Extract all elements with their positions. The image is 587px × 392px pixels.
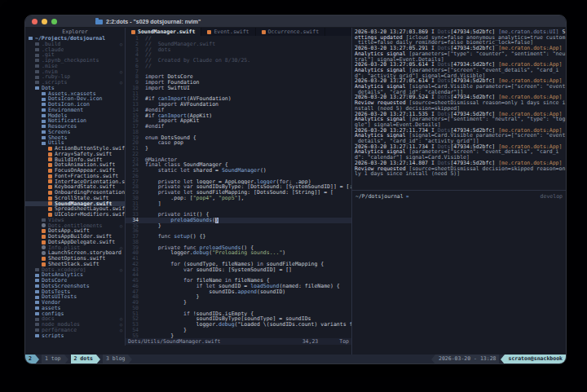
tree-item[interactable]: ScrollState.swift: [25, 196, 125, 201]
tree-item[interactable]: Views: [25, 218, 125, 223]
code-line[interactable]: 20 case pop: [126, 140, 351, 146]
tree-item[interactable]: SoundManager.swift: [25, 201, 125, 207]
code-line[interactable]: 4//: [126, 52, 351, 58]
code-line[interactable]: 1//: [126, 36, 351, 42]
file-tree[interactable]: ~/Projects/dotsjournal.build○.claude.git…: [25, 36, 125, 346]
code-line[interactable]: 22: [126, 152, 351, 157]
code-line[interactable]: 13 import AVFoundation: [126, 102, 351, 108]
code-line[interactable]: 18: [126, 130, 351, 135]
tmux-vertical-border[interactable]: [351, 28, 352, 355]
code-line[interactable]: 42 for (soundType, fileNames) in soundFi…: [126, 262, 351, 267]
tree-item[interactable]: Resources: [25, 124, 125, 130]
tree-item[interactable]: Notification: [25, 118, 125, 124]
code-line[interactable]: 50: [126, 306, 351, 311]
code-line[interactable]: 48 }: [126, 294, 351, 300]
tree-item[interactable]: Dots.entitlements○: [25, 223, 125, 229]
log-pane[interactable]: 2026-03-20 13:27:03.869 I Dots[47934:5d2…: [353, 29, 566, 188]
tmux-window-3-blog[interactable]: 3 blog: [103, 355, 128, 363]
tree-item[interactable]: Array+Safety.swift: [25, 152, 125, 157]
tree-item[interactable]: DotsAppBuilder.swift: [25, 234, 125, 240]
code-line[interactable]: 24final class SoundManager {: [126, 162, 351, 168]
code-line[interactable]: 52 soundIDsByType[soundType] = soundIDs: [126, 316, 351, 322]
tree-item[interactable]: ~/Projects/dotsjournal: [25, 36, 125, 42]
code-line[interactable]: 28 private var soundIDsByType: [DotsSoun…: [126, 184, 351, 190]
tree-item[interactable]: Assets.xcassets: [25, 91, 125, 97]
code-line[interactable]: 30 .pop: ["pop4", "pop5"],: [126, 196, 351, 201]
tree-item[interactable]: .git: [25, 52, 125, 58]
code-line[interactable]: 3// dots: [126, 47, 351, 53]
tree-item[interactable]: Dots.xcodeproj○: [25, 267, 125, 273]
tree-item[interactable]: InterfaceOrientation.swift: [25, 179, 125, 185]
tree-item[interactable]: DotsCore: [25, 278, 125, 284]
tree-item[interactable]: SheetOptions.swift: [25, 256, 125, 262]
tree-item[interactable]: .ruby-lsp: [25, 74, 125, 80]
zoom-button[interactable]: [51, 19, 57, 24]
code-line[interactable]: 14#endif: [126, 108, 351, 113]
minimize-button[interactable]: [42, 19, 47, 24]
tab-soundmanager-swift[interactable]: SoundManager.swift: [126, 28, 201, 36]
code-line[interactable]: 47 soundIDs.append(soundID): [126, 289, 351, 295]
code-line[interactable]: 40 logger.debug("Preloading sounds..."): [126, 250, 351, 256]
code-line[interactable]: 7: [126, 69, 351, 75]
code-line[interactable]: 36: [126, 228, 351, 234]
code-line[interactable]: 23@MainActor: [126, 157, 351, 163]
tree-item[interactable]: DotsAppDelegate.swift: [25, 240, 125, 245]
tree-item[interactable]: assets: [25, 306, 125, 311]
code-line[interactable]: 16 import AppKit: [126, 118, 351, 124]
tree-item[interactable]: Screens: [25, 130, 125, 135]
tree-item[interactable]: .nvim○: [25, 69, 125, 75]
code-editor[interactable]: 1//2// SoundManager.swift3// dots4//5// …: [126, 36, 351, 346]
tree-item[interactable]: DotsIcon-Dev.icon: [25, 96, 125, 102]
tree-item[interactable]: LaunchScreen.storyboard: [25, 250, 125, 256]
code-line[interactable]: 19enum DotsSound {: [126, 135, 351, 141]
tab-event-swift[interactable]: Event.swift: [201, 28, 255, 36]
code-line[interactable]: 27 private let logger = AppLogger.logger…: [126, 179, 351, 185]
tree-item[interactable]: node_modules○: [25, 322, 125, 328]
code-line[interactable]: 6//: [126, 64, 351, 69]
tree-item[interactable]: .mise: [25, 64, 125, 69]
code-line[interactable]: 17#endif: [126, 124, 351, 130]
shell-prompt[interactable]: ~/P/dotsjournal » develop: [355, 194, 563, 200]
code-line[interactable]: 15#if canImport(AppKit): [126, 113, 351, 119]
code-line[interactable]: 26: [126, 174, 351, 179]
tree-item[interactable]: OnboardingPresentationSiz: [25, 190, 125, 196]
code-line[interactable]: 35 }: [126, 223, 351, 229]
tree-item[interactable]: DotsAnalytics: [25, 272, 125, 278]
tree-item[interactable]: scripts: [25, 333, 125, 339]
code-line[interactable]: 51 if !soundIDs.isEmpty {: [126, 311, 351, 317]
tree-item[interactable]: Dots: [25, 86, 125, 91]
tree-item[interactable]: DotsApp.swift: [25, 228, 125, 234]
tree-item[interactable]: .build○: [25, 42, 125, 47]
tab-occurrence-swift[interactable]: Occurrence.swift: [256, 28, 326, 36]
tree-item[interactable]: performance○: [25, 328, 125, 333]
tree-item[interactable]: .claude: [25, 47, 125, 53]
code-line[interactable]: 9import Foundation: [126, 80, 351, 86]
code-line[interactable]: 29 private let soundFileMapping: [DotsSo…: [126, 190, 351, 196]
code-line[interactable]: 11: [126, 91, 351, 97]
code-line[interactable]: 12#if canImport(AVFoundation): [126, 96, 351, 102]
tree-item[interactable]: DotsAnimation.swift: [25, 162, 125, 168]
tree-item[interactable]: ActionButtonStyle.swift: [25, 146, 125, 152]
code-line[interactable]: 2// SoundManager.swift: [126, 42, 351, 47]
code-line[interactable]: 5// Created by Claude on 8/30/25.: [126, 58, 351, 64]
code-line[interactable]: 54 }: [126, 328, 351, 333]
tree-item[interactable]: BuildInfo.swift: [25, 157, 125, 163]
code-line[interactable]: 33 private init() {: [126, 212, 351, 218]
code-line[interactable]: 39 private func preloadSounds() {: [126, 245, 351, 251]
tmux-window-2-dots[interactable]: 2 dots: [71, 355, 96, 363]
code-line[interactable]: 31 ]: [126, 201, 351, 207]
tree-item[interactable]: .ipynb_checkpoints: [25, 58, 125, 64]
tree-item[interactable]: .scripts○: [25, 80, 125, 86]
code-line[interactable]: 43 var soundIDs: [SystemSoundID] = []: [126, 267, 351, 273]
tree-item[interactable]: configs: [25, 311, 125, 317]
tree-item[interactable]: DotsTests: [25, 289, 125, 295]
tree-item[interactable]: UIColor+Modifiers.swift: [25, 212, 125, 218]
code-line[interactable]: 32: [126, 206, 351, 212]
tree-item[interactable]: FocusOnAppear.swift: [25, 168, 125, 174]
tree-item[interactable]: DotsIcon.icon: [25, 102, 125, 108]
code-line[interactable]: 41: [126, 256, 351, 262]
code-line[interactable]: 8import DotsCore: [126, 74, 351, 80]
tree-item[interactable]: KeyboardState.swift: [25, 184, 125, 190]
tree-item[interactable]: Sheets: [25, 135, 125, 141]
tree-item[interactable]: SpreadsheetLayout.swift: [25, 206, 125, 212]
